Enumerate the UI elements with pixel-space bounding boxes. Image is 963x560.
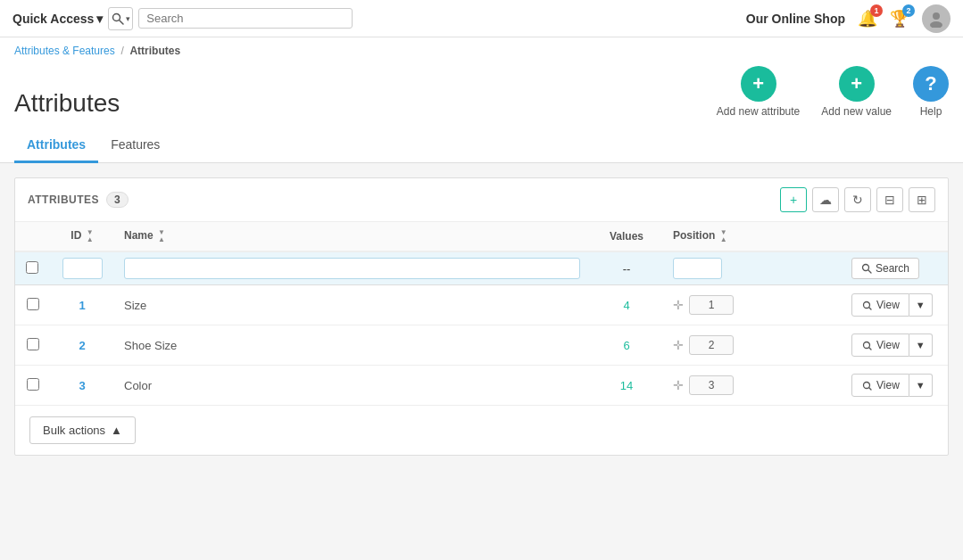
- shop-name: Our Online Shop: [746, 12, 845, 26]
- row-values: 6: [591, 325, 662, 366]
- add-value-button[interactable]: + Add new value: [821, 66, 892, 118]
- svg-line-5: [868, 270, 872, 274]
- bulk-actions-button[interactable]: Bulk actions ▲: [29, 416, 136, 444]
- filter-search-cell: Search: [841, 251, 948, 285]
- attributes-table: ID ▼▲ Name ▼▲ Values Position ▼▲: [15, 222, 948, 406]
- add-value-icon: +: [839, 66, 875, 102]
- chevron-down-icon: ▾: [96, 12, 103, 26]
- drag-handle-icon[interactable]: ✛: [673, 378, 684, 392]
- row-checkbox[interactable]: [27, 298, 39, 310]
- row-action-cell: View ▼: [841, 285, 948, 325]
- add-attribute-label: Add new attribute: [717, 105, 800, 118]
- col-name[interactable]: Name ▼▲: [113, 222, 591, 251]
- add-row-button[interactable]: +: [780, 187, 807, 212]
- row-name: Shoe Size: [113, 325, 591, 366]
- filter-checkbox-cell: [15, 251, 51, 285]
- row-checkbox[interactable]: [27, 338, 39, 350]
- filter-id-cell: [51, 251, 113, 285]
- filter-checkbox[interactable]: [26, 261, 38, 274]
- col-checkbox: [15, 222, 51, 251]
- tabs-bar: Attributes Features: [0, 128, 963, 163]
- trophy-icon[interactable]: 🏆 2: [890, 9, 909, 29]
- filter-values-dash: --: [591, 251, 662, 285]
- chevron-down-icon-search: ▾: [126, 14, 130, 23]
- row-checkbox-cell: [15, 325, 51, 366]
- table-toolbar: + ☁ ↻ ⊟ ⊞: [780, 187, 935, 212]
- table-head-row: ID ▼▲ Name ▼▲ Values Position ▼▲: [15, 222, 948, 251]
- filter-name-input[interactable]: [124, 258, 580, 279]
- avatar[interactable]: [922, 4, 951, 33]
- view-dropdown-button[interactable]: ▼: [909, 334, 933, 357]
- search-icon-nav[interactable]: ▾: [108, 7, 133, 30]
- bulk-actions-label: Bulk actions: [43, 424, 105, 437]
- row-action-cell: View ▼: [841, 325, 948, 366]
- position-input[interactable]: [689, 375, 734, 395]
- help-label: Help: [920, 105, 942, 118]
- add-value-label: Add new value: [821, 105, 892, 118]
- drag-handle-icon[interactable]: ✛: [673, 338, 684, 352]
- table-header: ATTRIBUTES 3 + ☁ ↻ ⊟ ⊞: [15, 178, 948, 222]
- tab-features[interactable]: Features: [98, 128, 172, 163]
- table-title-text: ATTRIBUTES: [28, 194, 99, 206]
- content-area: ATTRIBUTES 3 + ☁ ↻ ⊟ ⊞ ID ▼▲: [0, 163, 963, 470]
- add-attribute-button[interactable]: + Add new attribute: [717, 66, 800, 118]
- layers-button[interactable]: ⊞: [909, 187, 935, 212]
- view-dropdown-button[interactable]: ▼: [909, 293, 933, 317]
- row-checkbox[interactable]: [27, 378, 39, 391]
- row-checkbox-cell: [15, 285, 51, 325]
- filter-position-input[interactable]: [673, 258, 722, 279]
- breadcrumb-parent[interactable]: Attributes & Features: [14, 45, 115, 57]
- position-input[interactable]: [689, 335, 734, 355]
- position-input[interactable]: [689, 295, 734, 315]
- search-label: Search: [876, 262, 909, 275]
- col-position[interactable]: Position ▼▲: [662, 222, 841, 251]
- navbar-right: Our Online Shop 🔔 1 🏆 2: [746, 4, 951, 33]
- navbar-left: Quick Access ▾ ▾: [12, 7, 353, 30]
- notification-icon[interactable]: 🔔 1: [858, 9, 877, 29]
- col-id[interactable]: ID ▼▲: [51, 222, 113, 251]
- help-icon: ?: [913, 66, 949, 102]
- tab-attributes[interactable]: Attributes: [14, 128, 98, 163]
- row-values: 14: [591, 366, 662, 406]
- row-position-cell: ✛: [662, 366, 841, 406]
- trophy-badge: 2: [902, 4, 915, 17]
- row-id: 1: [51, 285, 113, 325]
- row-name: Size: [113, 285, 591, 325]
- help-button[interactable]: ? Help: [913, 66, 949, 118]
- name-sort-icons: ▼▲: [158, 229, 165, 243]
- view-btn-group: View ▼: [851, 293, 937, 317]
- notification-badge: 1: [870, 4, 883, 17]
- row-position-cell: ✛: [662, 325, 841, 366]
- filter-position-cell: [662, 251, 841, 285]
- col-actions: [841, 222, 948, 251]
- view-btn-group: View ▼: [851, 374, 937, 397]
- breadcrumb-current: Attributes: [129, 45, 180, 57]
- row-position-cell: ✛: [662, 285, 841, 325]
- bulk-footer: Bulk actions ▲: [15, 406, 948, 455]
- col-values: Values: [591, 222, 662, 251]
- upload-button[interactable]: ☁: [812, 187, 839, 212]
- page-header: Attributes + Add new attribute + Add new…: [0, 61, 963, 128]
- svg-line-1: [119, 20, 123, 24]
- table-row: 3 Color 14 ✛ View ▼: [15, 366, 948, 406]
- row-action-cell: View ▼: [841, 366, 948, 406]
- view-button[interactable]: View: [851, 334, 909, 357]
- row-values: 4: [591, 285, 662, 325]
- view-dropdown-button[interactable]: ▼: [909, 374, 933, 397]
- terminal-button[interactable]: ⊟: [876, 187, 903, 212]
- breadcrumb: Attributes & Features / Attributes: [0, 37, 963, 61]
- view-button[interactable]: View: [851, 293, 909, 317]
- view-button[interactable]: View: [851, 374, 909, 397]
- quick-access-label: Quick Access: [12, 12, 94, 26]
- search-input[interactable]: [138, 8, 353, 29]
- refresh-button[interactable]: ↻: [844, 187, 871, 212]
- row-checkbox-cell: [15, 366, 51, 406]
- svg-line-9: [869, 348, 872, 350]
- quick-access-button[interactable]: Quick Access ▾: [12, 12, 103, 26]
- filter-id-input[interactable]: [62, 258, 103, 279]
- header-actions: + Add new attribute + Add new value ? He…: [717, 66, 949, 118]
- drag-handle-icon[interactable]: ✛: [673, 298, 684, 312]
- search-button[interactable]: Search: [851, 258, 919, 279]
- bulk-actions-arrow-icon: ▲: [111, 424, 122, 437]
- table-card: ATTRIBUTES 3 + ☁ ↻ ⊟ ⊞ ID ▼▲: [14, 177, 949, 456]
